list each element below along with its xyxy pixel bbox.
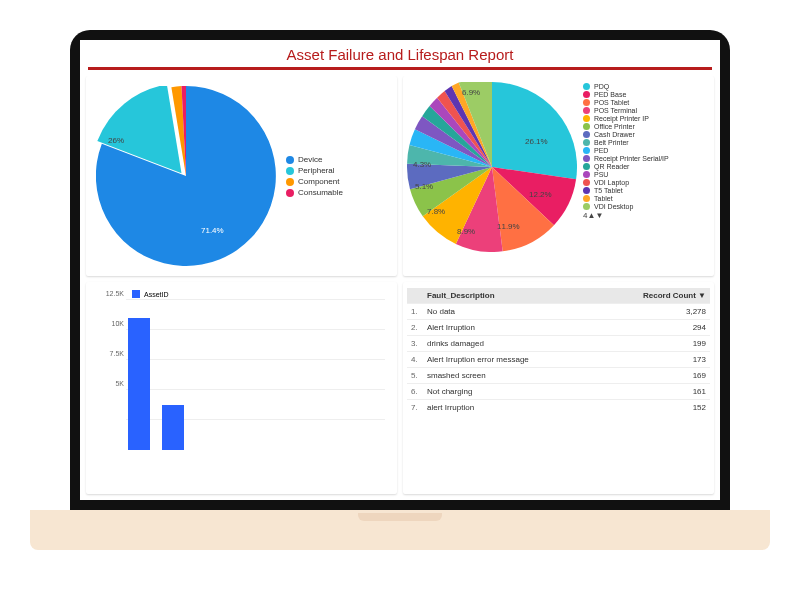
table-row[interactable]: 4.Alert Irruption error message173 [407,352,710,368]
legend-item[interactable]: PED [583,147,710,154]
col-index [407,288,423,304]
bar[interactable] [128,318,150,450]
cell-desc: smashed screen [423,368,597,384]
legend-label: PSU [594,171,608,178]
cell-count: 152 [597,400,710,416]
title-divider [88,67,712,70]
legend-item[interactable]: PED Base [583,91,710,98]
legend-label: Belt Printer [594,139,629,146]
bar-swatch [132,290,140,298]
legend-item[interactable]: Cash Drawer [583,131,710,138]
legend-item[interactable]: T5 Tablet [583,187,710,194]
table-row[interactable]: 3.drinks damaged199 [407,336,710,352]
cell-idx: 6. [407,384,423,400]
title-bar: Asset Failure and Lifespan Report [80,40,720,65]
legend-item[interactable]: Component [286,177,343,186]
bar[interactable] [162,405,184,450]
cell-count: 294 [597,320,710,336]
legend-label: PED [594,147,608,154]
panel-asset-type-pie: 26.1% 12.2% 11.9% 8.9% 7.8% 5.1% 4.3% 6.… [403,76,714,276]
legend-label: VDI Laptop [594,179,629,186]
legend-item[interactable]: Device [286,155,343,164]
legend-label: T5 Tablet [594,187,623,194]
legend-item[interactable]: Office Printer [583,123,710,130]
bar-legend-label: AssetID [144,291,169,298]
legend-label: Consumable [298,188,343,197]
table-row[interactable]: 7.alert Irruption152 [407,400,710,416]
table-row[interactable]: 5.smashed screen169 [407,368,710,384]
laptop-base [30,510,770,550]
col-label: Record Count [643,291,696,300]
panels-grid: 71.4% 26% Device Peripheral Component Co… [80,76,720,500]
pie2-label: 5.1% [415,182,433,191]
legend-item[interactable]: Tablet [583,195,710,202]
cell-count: 173 [597,352,710,368]
pager-up-icon[interactable]: ▲ [587,211,595,220]
legend-item[interactable]: PSU [583,171,710,178]
legend-label: Tablet [594,195,613,202]
legend-label: Component [298,177,339,186]
cell-desc: Alert Irruption error message [423,352,597,368]
table-header-row: Fault_Description Record Count ▼ [407,288,710,304]
page-title: Asset Failure and Lifespan Report [80,46,720,63]
legend-label: PDQ [594,83,609,90]
legend-label: Receipt Printer IP [594,115,649,122]
legend-label: Office Printer [594,123,635,130]
legend-label: PED Base [594,91,626,98]
laptop-frame: Asset Failure and Lifespan Report [70,30,730,560]
table-row[interactable]: 2.Alert Irruption294 [407,320,710,336]
legend-label: Receipt Printer Serial/IP [594,155,669,162]
cell-count: 169 [597,368,710,384]
col-record-count[interactable]: Record Count ▼ [597,288,710,304]
cell-idx: 1. [407,304,423,320]
screen-bezel: Asset Failure and Lifespan Report [70,30,730,510]
cell-desc: alert Irruption [423,400,597,416]
cell-idx: 4. [407,352,423,368]
pie1-label-peripheral: 26% [108,136,124,145]
pie-chart-asset-type[interactable]: 26.1% 12.2% 11.9% 8.9% 7.8% 5.1% 4.3% 6.… [407,82,577,252]
panel-asset-bar-chart: AssetID 12.5K 10K 7.5K 5K [86,282,397,494]
pager-down-icon[interactable]: ▼ [595,211,603,220]
table-row[interactable]: 1.No data3,278 [407,304,710,320]
legend-label: QR Reader [594,163,629,170]
y-tick: 5K [115,380,124,387]
cell-desc: Alert Irruption [423,320,597,336]
pie-chart-asset-category[interactable]: 71.4% 26% [96,86,276,266]
legend-item[interactable]: Belt Printer [583,139,710,146]
panel-asset-category-pie: 71.4% 26% Device Peripheral Component Co… [86,76,397,276]
col-fault-description[interactable]: Fault_Description [423,288,597,304]
y-tick: 12.5K [106,290,124,297]
legend-label: Cash Drawer [594,131,635,138]
legend-item[interactable]: PDQ [583,83,710,90]
sort-desc-icon[interactable]: ▼ [698,291,706,300]
pie2-label: 7.8% [427,207,445,216]
legend-item[interactable]: Receipt Printer IP [583,115,710,122]
legend-label: POS Terminal [594,107,637,114]
panel-fault-table: Fault_Description Record Count ▼ 1.No da… [403,282,714,494]
y-axis: 12.5K 10K 7.5K 5K [92,300,126,450]
legend-pager: 4 ▲ ▼ [583,211,710,220]
legend-item[interactable]: POS Terminal [583,107,710,114]
pie1-legend: Device Peripheral Component Consumable [286,153,343,199]
laptop-notch [358,513,442,521]
cell-desc: Not charging [423,384,597,400]
y-tick: 7.5K [110,350,124,357]
legend-item[interactable]: Consumable [286,188,343,197]
cell-count: 199 [597,336,710,352]
legend-item[interactable]: VDI Laptop [583,179,710,186]
legend-label: VDI Desktop [594,203,633,210]
legend-item[interactable]: QR Reader [583,163,710,170]
legend-item[interactable]: VDI Desktop [583,203,710,210]
cell-count: 161 [597,384,710,400]
legend-item[interactable]: Receipt Printer Serial/IP [583,155,710,162]
bar-chart[interactable]: 12.5K 10K 7.5K 5K [92,300,391,450]
legend-item[interactable]: Peripheral [286,166,343,175]
cell-idx: 5. [407,368,423,384]
table-row[interactable]: 6.Not charging161 [407,384,710,400]
legend-item[interactable]: POS Tablet [583,99,710,106]
cell-desc: drinks damaged [423,336,597,352]
cell-count: 3,278 [597,304,710,320]
pie2-label: 4.3% [413,160,431,169]
bar-legend[interactable]: AssetID [132,290,391,298]
pie2-label: 8.9% [457,227,475,236]
